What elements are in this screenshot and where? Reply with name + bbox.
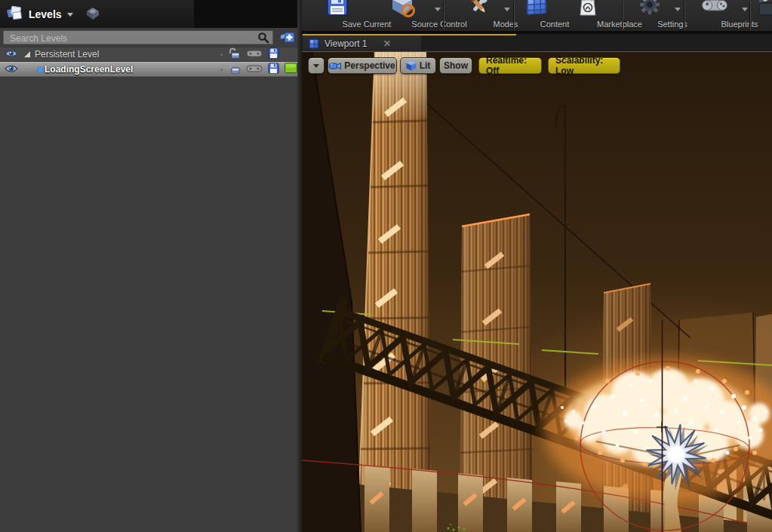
settings-caret-icon[interactable] [675, 8, 681, 11]
world-composition-icon[interactable] [84, 5, 102, 23]
save-current-button[interactable]: Save Current [308, 0, 367, 31]
scalability-label: Scalability: Low [555, 55, 613, 76]
viewport-tab-label: Viewport 1 [324, 38, 367, 49]
levels-panel-title: Levels [29, 8, 62, 20]
source-control-caret-icon[interactable] [435, 8, 441, 11]
tab-viewport-1[interactable]: Viewport 1 [303, 35, 421, 51]
marketplace-button[interactable]: Marketplace [556, 0, 620, 31]
level-row-loadingscreen[interactable]: LoadingScreenLevel [0, 62, 302, 77]
modes-button[interactable]: Modes [451, 0, 506, 31]
lit-label: Lit [420, 60, 431, 71]
cinematics-button[interactable]: Cine [753, 0, 772, 31]
expand-arrow-icon[interactable] [24, 51, 30, 57]
content-browser-icon [524, 0, 549, 21]
marketplace-icon [575, 0, 601, 21]
lock-icon[interactable] [228, 63, 241, 77]
perspective-button[interactable]: Perspective [328, 57, 397, 74]
cinematics-icon [756, 0, 772, 21]
viewport-tab-icon [309, 38, 319, 49]
blueprints-caret-icon[interactable] [742, 8, 748, 11]
toolbar-separator [684, 2, 685, 30]
main-toolbar: Save Current Source Control [302, 0, 772, 34]
save-level-icon[interactable] [268, 63, 279, 77]
current-level-dot-icon [220, 69, 223, 71]
gamepad-icon[interactable] [246, 63, 263, 76]
unreal-editor-window: Levels [0, 0, 772, 532]
search-input[interactable] [8, 31, 253, 45]
level-row-persistent[interactable]: Persistent Level [0, 48, 302, 62]
close-icon[interactable] [383, 40, 390, 47]
level-name: Persistent Level [35, 49, 99, 60]
modes-caret-icon[interactable] [504, 8, 510, 11]
blueprints-button[interactable]: Blueprints [690, 0, 740, 31]
save-level-icon[interactable] [268, 48, 279, 62]
levels-panel-tabbar: Levels [0, 0, 302, 28]
scalability-button[interactable]: Scalability: Low [548, 57, 620, 74]
source-control-button[interactable]: Source Control [367, 0, 439, 31]
toolbar-separator [444, 2, 444, 30]
blueprints-icon [700, 0, 730, 21]
perspective-camera-icon [329, 62, 341, 70]
current-level-dot-icon [220, 54, 223, 56]
lit-mode-button[interactable]: Lit [400, 57, 436, 74]
level-visibility-eye-icon[interactable] [5, 48, 18, 61]
level-visibility-eye-icon[interactable] [5, 63, 18, 76]
perspective-label: Perspective [344, 60, 395, 71]
levels-search-row [0, 28, 302, 48]
levels-menu-caret-icon[interactable] [67, 13, 73, 17]
levels-icon [6, 5, 24, 24]
realtime-toggle-button[interactable]: Realtime: Off [478, 57, 542, 74]
settings-gear-icon [637, 0, 663, 21]
chevron-down-icon [313, 64, 319, 68]
toolbar-separator [623, 2, 623, 30]
realtime-label: Realtime: Off [486, 55, 534, 76]
gamepad-icon[interactable] [246, 48, 263, 61]
level-color-swatch[interactable] [285, 63, 297, 76]
lit-cube-icon [406, 60, 417, 71]
toolbar-separator [750, 2, 751, 30]
toolbar-separator [514, 2, 515, 30]
save-current-icon [324, 0, 350, 21]
show-button[interactable]: Show [439, 57, 472, 74]
search-box[interactable] [3, 30, 273, 45]
scene-3d-render [302, 51, 772, 532]
show-label: Show [444, 60, 468, 71]
main-area: Save Current Source Control [302, 0, 772, 532]
settings-button[interactable]: Settings [627, 0, 672, 31]
search-icon [257, 32, 269, 47]
current-level-indicator-icon [38, 67, 43, 72]
level-name: LoadingScreenLevel [45, 64, 133, 75]
levels-panel-tab[interactable]: Levels [0, 0, 194, 28]
viewport-canvas[interactable]: Perspective Lit Show Realtime: Off [302, 51, 772, 532]
lock-icon[interactable] [228, 48, 241, 62]
content-button[interactable]: Content [518, 0, 555, 31]
levels-panel: Levels [0, 0, 302, 532]
add-level-button[interactable] [278, 29, 297, 45]
viewport-options-button[interactable] [308, 57, 324, 74]
viewport-tabbar: Viewport 1 [302, 34, 772, 51]
